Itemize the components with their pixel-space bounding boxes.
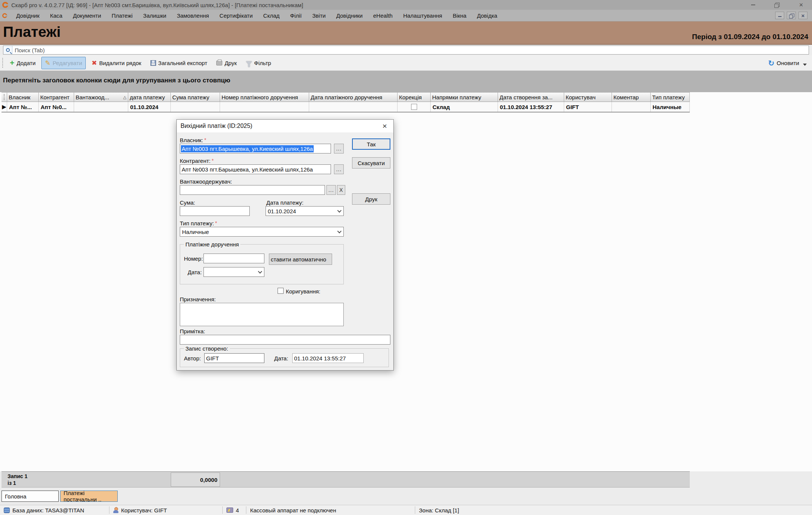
column-header-comment[interactable]: Коментар [612,92,651,102]
child-restore-icon[interactable] [787,12,796,19]
search-icon[interactable] [3,46,12,54]
consignee-clear-button[interactable]: X [337,185,345,195]
menu-dovidnyk[interactable]: Довідник [11,11,45,20]
close-icon[interactable]: × [797,2,805,8]
contractor-browse-button[interactable]: ... [334,164,344,174]
search-input[interactable] [12,47,809,53]
status-zone: Зона: Склад [1] [415,505,463,515]
refresh-button[interactable]: ↻ Оновити [768,55,807,71]
ok-button[interactable]: Так [352,138,390,150]
cell-pay-sum[interactable] [171,102,220,112]
pay-date-combo[interactable]: 01.10.2024 [266,206,344,216]
menu-kasa[interactable]: Каса [45,11,68,20]
tab-payments-suppliers[interactable]: Платежі постачальни .. [60,491,118,502]
cell-pay-date[interactable]: 01.10.2024 [128,102,171,112]
cancel-button[interactable]: Скасувати [352,157,390,169]
edit-button[interactable]: ✎ Редагувати [41,57,86,69]
cell-comment[interactable] [612,102,651,112]
edit-button-label: Редагувати [53,60,82,66]
column-header-pay-sum[interactable]: Сума платежу [171,92,220,102]
purpose-textarea[interactable] [180,303,344,326]
menu-dokumenty[interactable]: Документи [68,11,106,20]
tab-home[interactable]: Головна [2,491,59,502]
export-button[interactable]: Загальний експорт [147,58,211,68]
author-field[interactable] [204,353,264,363]
column-header-consignee-label: Вантажоод... [76,94,109,100]
column-header-pay-date[interactable]: дата платежу [128,92,171,102]
order-number-field[interactable] [203,254,264,263]
correction-checkbox[interactable] [411,104,417,110]
print-button[interactable]: Друк [213,58,240,68]
pay-type-combo[interactable]: Наличные [180,227,344,237]
dialog-close-icon[interactable]: × [380,121,390,131]
child-close-icon[interactable]: × [798,12,807,19]
cell-order-number[interactable] [220,102,309,112]
created-date-field[interactable] [292,353,364,363]
add-button[interactable]: + Додати [6,58,39,68]
owner-field[interactable]: Апт №003 пгт.Барышевка, ул.Киевский шлях… [180,144,331,153]
page-header: Платежі Період з 01.09.2024 до 01.10.202… [0,21,812,45]
delete-row-button[interactable]: ✖ Видалити рядок [88,57,144,69]
sum-field[interactable] [180,206,250,216]
record-count-line1: Запис 1 [8,473,27,480]
content-background [0,113,812,471]
consignee-browse-button[interactable]: ... [326,185,336,195]
status-counter: 4 [223,505,246,515]
page-title: Платежі [3,24,61,40]
pay-date-value: 01.10.2024 [268,208,296,214]
cell-consignee[interactable] [74,102,128,112]
menu-sklad[interactable]: Склад [258,11,285,20]
child-minimize-icon[interactable] [775,12,784,19]
column-header-order-number[interactable]: Номер платіжного доручення [220,92,309,102]
group-by-hint: Перетягніть заголовок колонки сюди для у… [3,77,230,84]
cell-order-date[interactable] [309,102,398,112]
minimize-icon[interactable] [749,2,757,8]
dialog-title-bar[interactable]: Вихідний платіж (ID:2025) [177,120,393,132]
cell-owner[interactable]: Апт №... [7,102,39,112]
grid-header: Власник Контрагент Вантажоод... △ дата п… [2,92,690,102]
dialog-print-button[interactable]: Друк [352,193,390,205]
set-auto-button[interactable]: ставити автоматично [269,254,332,265]
cell-correction[interactable] [398,102,431,112]
order-date-combo[interactable] [203,267,264,277]
column-header-pay-type[interactable]: Тип платежу [651,92,690,102]
cell-contractor[interactable]: Апт №0... [39,102,74,112]
menu-vikna[interactable]: Вікна [448,11,472,20]
column-header-user[interactable]: Користувач [564,92,612,102]
consignee-label: Вантажоодержувач: [180,178,232,185]
menu-zamovlennia[interactable]: Замовлення [172,11,214,20]
cell-created[interactable]: 01.10.2024 13:55:27 [498,102,564,112]
app-logo-icon [2,13,7,18]
menu-ehealth[interactable]: eHealth [368,11,398,20]
menu-dovidka[interactable]: Довідка [472,11,502,20]
search-box[interactable] [3,46,809,55]
menu-dovidnyky[interactable]: Довідники [331,11,368,20]
column-header-correction[interactable]: Корекція [398,92,431,102]
column-header-direction[interactable]: Напрямки платежу [431,92,498,102]
column-header-owner[interactable]: Власник [7,92,39,102]
filter-button[interactable]: Фільтр [243,58,275,68]
menu-zalyshky[interactable]: Залишки [138,11,172,20]
column-header-contractor[interactable]: Контрагент [39,92,74,102]
cell-user[interactable]: GIFT [564,102,612,112]
menu-zvity[interactable]: Звіти [307,11,331,20]
note-field[interactable] [180,335,390,345]
cell-direction[interactable]: Склад [431,102,498,112]
group-by-panel: Перетягніть заголовок колонки сюди для у… [0,71,812,92]
consignee-field[interactable] [180,185,325,195]
menu-filii[interactable]: Філії [285,11,307,20]
correction-dialog-checkbox[interactable] [278,288,284,294]
restore-icon[interactable] [773,2,781,8]
owner-browse-button[interactable]: ... [334,144,344,153]
contractor-field[interactable] [180,164,331,174]
record-count: Запис 1 із 1 [8,473,27,486]
cell-pay-type[interactable]: Наличные [651,102,690,112]
chevron-down-icon[interactable] [803,64,807,66]
menu-platezhi[interactable]: Платежі [106,11,138,20]
table-row[interactable]: ▶ Апт №... Апт №0... 01.10.2024 Склад 01… [2,102,690,112]
menu-nalashtuvannia[interactable]: Налаштування [398,11,448,20]
column-header-order-date[interactable]: Дата платіжного доручення [309,92,398,102]
menu-sertyfikaty[interactable]: Сертифікати [214,11,258,20]
column-header-created[interactable]: Дата створення за... [498,92,564,102]
column-header-consignee[interactable]: Вантажоод... △ [74,92,128,102]
